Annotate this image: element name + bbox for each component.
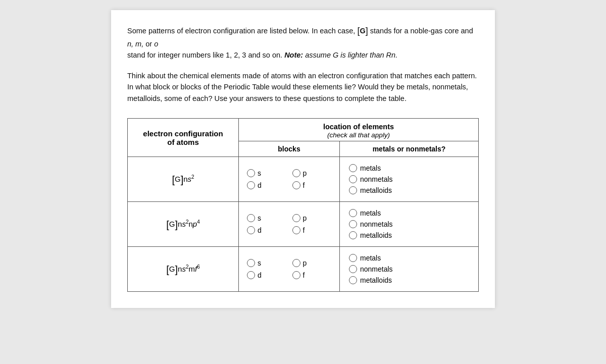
blocks-cell-3: s p d f <box>239 247 340 292</box>
nonmetals-radio-circle-3[interactable] <box>349 265 357 273</box>
config-formula-1: [G]ns2 <box>172 175 194 183</box>
metalloids-radio-circle-2[interactable] <box>349 231 357 239</box>
config-cell-1: [G]ns2 <box>128 157 239 202</box>
blocks-checkboxes-3: s p d f <box>247 259 331 279</box>
intro-text-before-bracket: Some patterns of electron configuration … <box>127 27 355 35</box>
block-f-label-1[interactable]: f <box>292 181 332 189</box>
location-header-inner: location of elements (check all that app… <box>241 123 476 139</box>
block-s-text-3: s <box>258 259 261 267</box>
block-d-label-2[interactable]: d <box>247 226 286 234</box>
nonmetals-radio-3[interactable]: nonmetals <box>349 265 469 273</box>
block-p-label-1[interactable]: p <box>292 169 332 177</box>
metalloids-radio-circle-3[interactable] <box>349 276 357 284</box>
electron-config-table: electron configuration of atoms location… <box>127 118 479 292</box>
block-s-label-3[interactable]: s <box>247 259 286 267</box>
block-p-text-2: p <box>303 214 307 222</box>
block-p-label-3[interactable]: p <box>292 259 332 267</box>
blocks-checkboxes-1: s p d f <box>247 169 331 189</box>
metalloids-label-1: metalloids <box>360 186 392 194</box>
metals-label-2: metals <box>360 209 381 217</box>
main-page: Some patterns of electron configuration … <box>111 10 495 308</box>
block-f-radio-1[interactable] <box>292 181 300 189</box>
block-d-radio-1[interactable] <box>247 181 255 189</box>
metals-radio-circle-2[interactable] <box>349 209 357 217</box>
block-f-text-2: f <box>303 226 305 234</box>
location-title: location of elements <box>323 123 394 131</box>
block-d-label-3[interactable]: d <box>247 271 286 279</box>
block-p-radio-3[interactable] <box>292 259 300 267</box>
config-cell-2: [G]ns2np4 <box>128 202 239 247</box>
metals-radio-2[interactable]: metals <box>349 209 469 217</box>
block-p-radio-2[interactable] <box>292 214 300 222</box>
location-sub: (check all that apply) <box>327 131 390 139</box>
nonmetals-radio-1[interactable]: nonmetals <box>349 175 469 183</box>
n2-2: n <box>188 220 192 228</box>
block-p-radio-1[interactable] <box>292 169 300 177</box>
table-row: [G]ns2 s p <box>128 157 479 202</box>
nonmetals-radio-2[interactable]: nonmetals <box>349 220 469 228</box>
s-1: s <box>188 175 192 183</box>
nonmetals-label-2: nonmetals <box>360 220 393 228</box>
metals-options-1: metals nonmetals metalloids <box>349 164 469 194</box>
metals-cell-1: metals nonmetals metalloids <box>340 157 479 202</box>
sup-6-3: 6 <box>197 264 200 270</box>
metals-radio-circle-3[interactable] <box>349 254 357 262</box>
metalloids-label-2: metalloids <box>360 231 392 239</box>
block-d-radio-3[interactable] <box>247 271 255 279</box>
block-d-radio-2[interactable] <box>247 226 255 234</box>
metalloids-radio-circle-1[interactable] <box>349 186 357 194</box>
metalloids-radio-2[interactable]: metalloids <box>349 231 469 239</box>
metals-subheader: metals or nonmetals? <box>340 141 479 157</box>
metals-label-3: metals <box>360 254 381 262</box>
intro-paragraph-2: Think about the chemical elements made o… <box>127 70 479 104</box>
block-p-label-2[interactable]: p <box>292 214 332 222</box>
metals-radio-3[interactable]: metals <box>349 254 469 262</box>
blocks-subheader: blocks <box>239 141 340 157</box>
G-symbol: G <box>360 27 365 35</box>
metals-cell-2: metals nonmetals metalloids <box>340 202 479 247</box>
metalloids-label-3: metalloids <box>360 276 392 284</box>
G-3: G <box>169 265 175 273</box>
nonmetals-radio-circle-1[interactable] <box>349 175 357 183</box>
config-header-line2: of atoms <box>167 138 199 146</box>
metalloids-radio-1[interactable]: metalloids <box>349 186 469 194</box>
metals-radio-circle-1[interactable] <box>349 164 357 172</box>
config-formula-3: [G]ns2mf6 <box>166 265 199 273</box>
blocks-cell-2: s p d f <box>239 202 340 247</box>
table-header-row: electron configuration of atoms location… <box>128 119 479 141</box>
block-s-radio-2[interactable] <box>247 214 255 222</box>
block-s-label-1[interactable]: s <box>247 169 286 177</box>
table-row: [G]ns2np4 s p <box>128 202 479 247</box>
block-p-text-1: p <box>303 169 307 177</box>
block-f-label-2[interactable]: f <box>292 226 332 234</box>
sup-4-2: 4 <box>197 219 200 225</box>
blocks-cell-1: s p d f <box>239 157 340 202</box>
config-header-line1: electron configuration <box>143 129 223 138</box>
metals-cell-3: metals nonmetals metalloids <box>340 247 479 292</box>
block-d-text-1: d <box>258 181 262 189</box>
s-3: s <box>182 265 186 273</box>
block-d-label-1[interactable]: d <box>247 181 286 189</box>
block-f-label-3[interactable]: f <box>292 271 332 279</box>
metals-options-2: metals nonmetals metalloids <box>349 209 469 239</box>
block-s-label-2[interactable]: s <box>247 214 286 222</box>
block-f-radio-2[interactable] <box>292 226 300 234</box>
nonmetals-radio-circle-2[interactable] <box>349 220 357 228</box>
intro-paragraph-1: Some patterns of electron configuration … <box>127 24 479 61</box>
sup-2-1: 2 <box>191 174 194 180</box>
intro-text-end: stand for integer numbers like 1, 2, 3 a… <box>127 51 397 59</box>
block-f-text-3: f <box>303 271 305 279</box>
block-s-radio-3[interactable] <box>247 259 255 267</box>
G-2: G <box>169 220 175 228</box>
config-formula-2: [G]ns2np4 <box>166 220 199 228</box>
G-1: G <box>175 175 181 183</box>
block-s-text-1: s <box>258 169 261 177</box>
metalloids-radio-3[interactable]: metalloids <box>349 276 469 284</box>
block-f-radio-3[interactable] <box>292 271 300 279</box>
bracket-close: ] <box>366 26 368 36</box>
nonmetals-label-1: nonmetals <box>360 175 393 183</box>
block-s-radio-1[interactable] <box>247 169 255 177</box>
metals-radio-1[interactable]: metals <box>349 164 469 172</box>
blocks-checkboxes-2: s p d f <box>247 214 331 234</box>
m-3: m <box>188 265 195 273</box>
